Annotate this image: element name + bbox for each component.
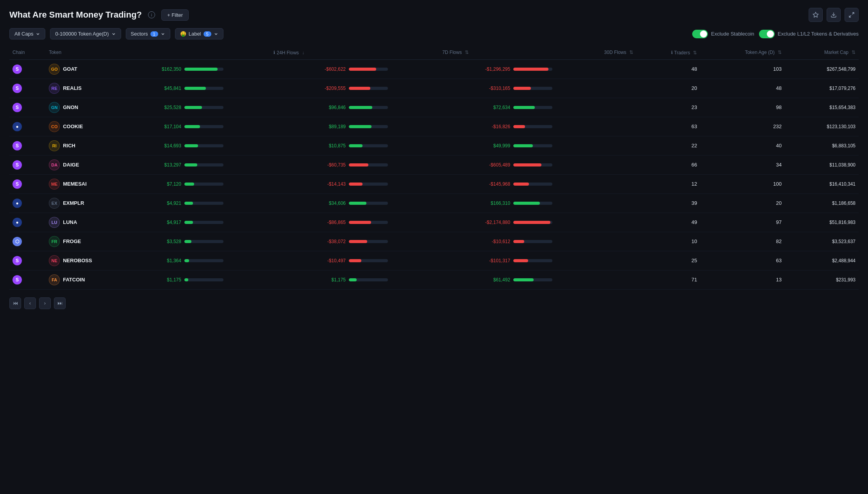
table-row: S RI RICH $14,693 $10,875 $49,999: [9, 136, 859, 155]
table-row: S ME MEMESAI $7,120 -$14,143 -$145,968: [9, 174, 859, 193]
page-last-btn[interactable]: ⏭: [54, 297, 66, 309]
cell-30d: $166,310: [472, 193, 636, 213]
cell-24h: $7,120: [143, 174, 307, 193]
cell-age: 232: [700, 117, 785, 136]
cell-traders: 71: [636, 270, 700, 289]
cell-24h: $13,297: [143, 155, 307, 174]
caps-label: All Caps: [14, 31, 33, 37]
cell-7d: $96,846: [307, 98, 472, 117]
cell-traders: 49: [636, 213, 700, 232]
info-icon[interactable]: i: [148, 11, 155, 18]
download-button[interactable]: [827, 8, 841, 22]
cell-token: RE REALIS: [46, 79, 143, 98]
cell-24h: $4,917: [143, 213, 307, 232]
table-row: S GN GNON $25,528 $96,846 $72,634: [9, 98, 859, 117]
cell-7d: -$10,497: [307, 251, 472, 270]
table-row: ● LU LUNA $4,917 -$86,865 -$2,174,880: [9, 213, 859, 232]
col-market-cap[interactable]: Market Cap ⇅: [785, 46, 859, 59]
col-chain: Chain: [9, 46, 46, 59]
cell-token: LU LUNA: [46, 213, 143, 232]
cell-7d: -$38,072: [307, 232, 472, 251]
svg-marker-0: [813, 12, 818, 17]
cell-marketcap: $267,548,799: [785, 59, 859, 79]
cell-marketcap: $11,038,900: [785, 155, 859, 174]
cell-traders: 22: [636, 136, 700, 155]
cell-age: 98: [700, 98, 785, 117]
col-7d[interactable]: 7D Flows ⇅: [307, 46, 472, 59]
cell-marketcap: $231,993: [785, 270, 859, 289]
cell-30d: $72,634: [472, 98, 636, 117]
sectors-badge: 1: [150, 31, 158, 37]
cell-marketcap: $16,410,341: [785, 174, 859, 193]
table-row: S DA DAIGE $13,297 -$60,735 -$605,489: [9, 155, 859, 174]
cell-traders: 39: [636, 193, 700, 213]
cell-traders: 63: [636, 117, 700, 136]
cell-age: 97: [700, 213, 785, 232]
filter-button[interactable]: + Filter: [161, 9, 189, 21]
cell-token: EX EXMPLR: [46, 193, 143, 213]
cell-chain: S: [9, 174, 46, 193]
cell-marketcap: $17,079,276: [785, 79, 859, 98]
cell-24h: $14,693: [143, 136, 307, 155]
col-30d[interactable]: 30D Flows ⇅: [472, 46, 636, 59]
cell-age: 13: [700, 270, 785, 289]
cell-marketcap: $1,186,658: [785, 193, 859, 213]
exclude-stablecoin-label: Exclude Stablecoin: [711, 31, 754, 37]
cell-24h: $1,364: [143, 251, 307, 270]
cell-30d: -$1,296,295: [472, 59, 636, 79]
table-row: ● EX EXMPLR $4,921 $34,606 $166,310: [9, 193, 859, 213]
cell-24h: $1,175: [143, 270, 307, 289]
cell-24h: $162,350: [143, 59, 307, 79]
token-age-filter[interactable]: 0-100000 Token Age(D): [50, 28, 121, 39]
data-table: Chain Token ℹ 24H Flows ↓ 7D Flows ⇅: [9, 46, 859, 290]
page-next-btn[interactable]: ›: [39, 297, 51, 309]
cell-token: FR FROGE: [46, 232, 143, 251]
header-right: [809, 8, 859, 22]
cell-30d: $61,492: [472, 270, 636, 289]
cell-age: 100: [700, 174, 785, 193]
cell-chain: ●: [9, 117, 46, 136]
cell-24h: $4,921: [143, 193, 307, 213]
cell-marketcap: $15,654,383: [785, 98, 859, 117]
page-first-btn[interactable]: ⏮: [9, 297, 21, 309]
cell-30d: -$310,165: [472, 79, 636, 98]
cell-token: RI RICH: [46, 136, 143, 155]
cell-chain: S: [9, 251, 46, 270]
cell-30d: -$145,968: [472, 174, 636, 193]
cell-7d: $10,875: [307, 136, 472, 155]
cell-traders: 20: [636, 79, 700, 98]
cell-traders: 25: [636, 251, 700, 270]
cell-traders: 66: [636, 155, 700, 174]
cell-marketcap: $2,488,944: [785, 251, 859, 270]
cell-age: 63: [700, 251, 785, 270]
cell-marketcap: $3,523,637: [785, 232, 859, 251]
cell-chain: ⬡: [9, 232, 46, 251]
col-24h[interactable]: ℹ 24H Flows ↓: [143, 46, 307, 59]
cell-24h: $45,841: [143, 79, 307, 98]
cell-age: 34: [700, 155, 785, 174]
cell-30d: -$16,826: [472, 117, 636, 136]
col-token-age[interactable]: Token Age (D) ⇅: [700, 46, 785, 59]
cell-chain: S: [9, 79, 46, 98]
label-filter[interactable]: 🤑 Label 5: [175, 28, 223, 39]
exclude-stablecoin-group: Exclude Stablecoin: [692, 30, 754, 38]
label-badge: 5: [204, 31, 211, 37]
col-traders[interactable]: ℹ Traders ⇅: [636, 46, 700, 59]
caps-filter[interactable]: All Caps: [9, 28, 45, 39]
star-button[interactable]: [809, 8, 823, 22]
expand-button[interactable]: [845, 8, 859, 22]
exclude-l1l2-toggle[interactable]: [759, 30, 775, 38]
cell-token: CO COOKIE: [46, 117, 143, 136]
exclude-stablecoin-toggle[interactable]: [692, 30, 708, 38]
sectors-filter[interactable]: Sectors 1: [126, 28, 170, 39]
table-row: S NE NEROBOSS $1,364 -$10,497 -$101,317: [9, 251, 859, 270]
cell-24h: $25,528: [143, 98, 307, 117]
cell-age: 48: [700, 79, 785, 98]
page-prev-btn[interactable]: ‹: [24, 297, 36, 309]
label-text: Label: [189, 31, 201, 37]
cell-7d: $34,606: [307, 193, 472, 213]
cell-30d: -$101,317: [472, 251, 636, 270]
cell-marketcap: $123,130,103: [785, 117, 859, 136]
cell-traders: 12: [636, 174, 700, 193]
table-row: S RE REALIS $45,841 -$209,555 -$310,165: [9, 79, 859, 98]
